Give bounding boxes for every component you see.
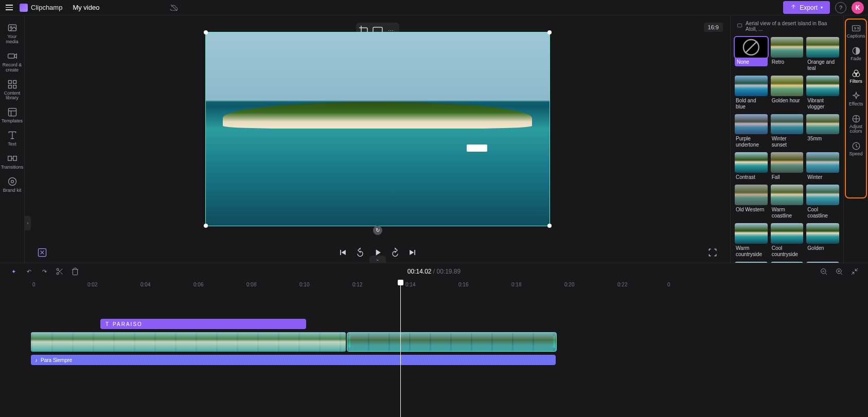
trim-handle-left[interactable]	[348, 336, 350, 348]
cloud-sync-off-icon[interactable]	[169, 3, 179, 12]
property-tab-fade[interactable]: Fade	[844, 43, 868, 65]
sidebar-item-label: Text	[8, 142, 16, 147]
filter-warm-coastline[interactable]: Warm coastline	[771, 185, 804, 219]
ruler-tick: 0:04	[140, 282, 150, 287]
text-icon: T	[105, 321, 110, 327]
ruler-tick: 0:20	[564, 282, 574, 287]
resize-handle-tr[interactable]	[547, 30, 552, 34]
fit-timeline-button[interactable]	[851, 267, 859, 276]
filter-warm-countryside[interactable]: Warm countryside	[735, 223, 768, 258]
zoom-in-button[interactable]	[835, 267, 843, 276]
filter-dreamscape[interactable]: Dreamscape	[735, 262, 768, 263]
split-button[interactable]	[56, 267, 64, 276]
aspect-ratio-selector[interactable]: 16:9	[704, 23, 723, 32]
audio-track-clip[interactable]: ♪ Para Siempre	[31, 355, 556, 365]
sidebar-item-library[interactable]: Content library	[0, 77, 24, 103]
canvas-content	[467, 144, 487, 152]
sidebar-item-templates[interactable]: Templates	[0, 105, 24, 126]
filter-purple-undertone[interactable]: Purple undertone	[735, 114, 768, 149]
filter-fall[interactable]: Fall	[771, 152, 804, 180]
property-tab-adjust[interactable]: Adjust colors	[844, 111, 868, 138]
rotate-handle[interactable]: ↻	[373, 226, 382, 235]
svg-rect-5	[13, 80, 16, 83]
undo-button[interactable]: ↶	[25, 267, 33, 276]
step-forward-button[interactable]	[390, 247, 400, 258]
property-tab-effects[interactable]: Effects	[844, 88, 868, 110]
step-back-button[interactable]	[355, 247, 365, 258]
filter-old-western[interactable]: Old Western	[735, 185, 768, 219]
redo-button[interactable]: ↷	[40, 267, 48, 276]
filter-label: Golden	[806, 245, 839, 251]
sidebar-item-transitions[interactable]: Transitions	[0, 151, 24, 172]
resize-handle-tl[interactable]	[204, 30, 208, 34]
sidebar-item-camera[interactable]: Record & create	[0, 49, 24, 75]
property-tab-speed[interactable]: Speed	[844, 138, 868, 160]
property-tab-label: Adjust colors	[845, 124, 867, 135]
filter-vibrant-vlogger[interactable]: Vibrant vlogger	[806, 76, 839, 110]
trim-handle-right[interactable]	[553, 336, 555, 348]
ruler-tick: 0:12	[352, 282, 362, 287]
video-title-input[interactable]	[67, 2, 164, 13]
resize-handle-br[interactable]	[547, 224, 552, 228]
filter-golden[interactable]: Golden	[806, 223, 839, 258]
property-tab-cc[interactable]: Captions	[844, 21, 868, 42]
filter-label: Warm coastline	[771, 207, 804, 219]
filter-cool-countryside[interactable]: Cool countryside	[771, 223, 804, 258]
auto-cut-button[interactable]: ✦	[9, 267, 17, 276]
auto-compose-button[interactable]	[37, 247, 47, 258]
delete-button[interactable]	[71, 267, 79, 276]
adjust-icon	[852, 114, 861, 123]
effects-icon	[852, 92, 861, 101]
filter-label: Cool countryside	[771, 245, 804, 258]
filter-winter-sunset[interactable]: Winter sunset	[771, 114, 804, 149]
timeline-ruler[interactable]: 00:020:040:060:080:100:120:140:160:180:2…	[0, 280, 868, 292]
playhead[interactable]	[400, 280, 401, 417]
sidebar-item-label: Your media	[1, 34, 23, 45]
filter-thumb	[735, 223, 768, 244]
video-clip-2-selected[interactable]	[347, 332, 557, 352]
filter-contrast[interactable]: Contrast	[735, 152, 768, 180]
filter-thumb	[735, 114, 768, 135]
transitions-icon	[7, 153, 17, 164]
filter-bold-and-blue[interactable]: Bold and blue	[735, 76, 768, 110]
export-button[interactable]: Export ▾	[783, 1, 830, 14]
zoom-out-button[interactable]	[820, 267, 828, 276]
svg-point-25	[57, 268, 59, 270]
filter-orange-and-teal[interactable]: Orange and teal	[806, 37, 839, 71]
svg-point-26	[57, 273, 59, 275]
ruler-tick: 0:06	[193, 282, 203, 287]
brand[interactable]: Clipchamp	[20, 4, 62, 12]
skip-end-button[interactable]	[408, 247, 418, 258]
sidebar-item-text[interactable]: Text	[0, 128, 24, 149]
filter-sunrise[interactable]: Sunrise	[771, 262, 804, 263]
video-canvas[interactable]: ↻	[205, 32, 550, 226]
filter-none[interactable]: None	[735, 37, 768, 71]
property-tab-label: Captions	[847, 34, 865, 39]
user-avatar[interactable]: K	[852, 2, 864, 14]
resize-handle-bl[interactable]	[204, 224, 208, 228]
sidebar-item-media[interactable]: Your media	[0, 21, 24, 47]
ruler-tick: 0	[667, 282, 670, 287]
stage-collapse-toggle[interactable]: ⌄	[369, 256, 386, 263]
filter-thumb	[735, 185, 768, 205]
right-panel-expand[interactable]: ›	[730, 216, 731, 230]
filter-golden-hour[interactable]: Golden hour	[771, 76, 804, 110]
video-clip-1[interactable]	[31, 332, 346, 352]
media-icon	[7, 23, 17, 33]
skip-start-button[interactable]	[338, 247, 348, 258]
chevron-down-icon: ▾	[821, 5, 823, 10]
filter-35mm[interactable]: 35mm	[806, 114, 839, 149]
hamburger-menu[interactable]	[4, 3, 14, 13]
templates-icon	[7, 107, 17, 117]
fullscreen-button[interactable]	[707, 247, 718, 258]
filter-warm-tone-film[interactable]: Warm tone film	[806, 262, 839, 263]
filter-winter[interactable]: Winter	[806, 152, 839, 180]
sidebar-item-brand[interactable]: Brand kit	[0, 174, 24, 195]
filters-icon	[852, 69, 861, 78]
text-track-clip[interactable]: T PARAISO	[100, 319, 306, 329]
property-tab-filters[interactable]: Filters	[844, 66, 868, 87]
help-button[interactable]: ?	[835, 2, 846, 13]
clip-name: Aerial view of a desert island in Baa At…	[746, 21, 837, 32]
filter-cool-coastline[interactable]: Cool coastline	[806, 185, 839, 219]
filter-retro[interactable]: Retro	[771, 37, 804, 71]
